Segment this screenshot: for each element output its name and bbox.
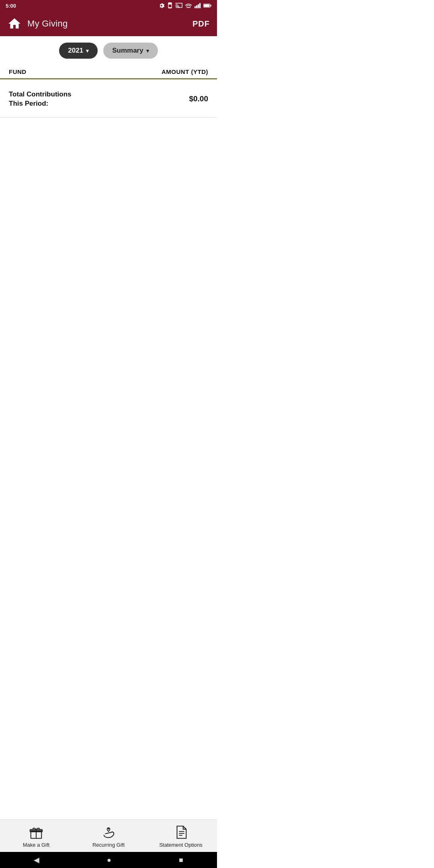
svg-point-2 (188, 7, 189, 8)
total-label-line2: This Period: (9, 99, 72, 108)
svg-rect-6 (199, 3, 201, 8)
cast-icon (175, 3, 182, 8)
svg-rect-1 (169, 4, 172, 7)
total-label: Total Contributions This Period: (9, 90, 72, 109)
status-time: 5:00 (6, 3, 16, 9)
pdf-button[interactable]: PDF (192, 19, 210, 29)
year-filter-label: 2021 (68, 47, 83, 55)
svg-rect-9 (211, 5, 211, 6)
total-label-line1: Total Contributions (9, 90, 72, 99)
wifi-icon (185, 3, 192, 8)
app-bar: My Giving PDF (0, 11, 217, 36)
svg-rect-5 (198, 4, 199, 8)
summary-chevron-icon: ▾ (146, 48, 149, 54)
signal-icon (194, 3, 201, 8)
content-area (0, 118, 217, 339)
svg-rect-8 (204, 4, 209, 7)
battery-icon (203, 3, 211, 8)
summary-filter-button[interactable]: Summary ▾ (103, 43, 158, 59)
total-amount: $0.00 (189, 94, 208, 103)
status-icons (158, 2, 211, 9)
col-amount-header: AMOUNT (YTD) (162, 68, 208, 75)
status-bar: 5:00 (0, 0, 217, 11)
col-fund-header: FUND (9, 68, 27, 75)
summary-filter-label: Summary (112, 47, 143, 55)
sim-icon (167, 2, 173, 9)
settings-icon (158, 2, 165, 9)
svg-rect-4 (196, 5, 197, 8)
table-header: FUND AMOUNT (YTD) (0, 64, 217, 79)
year-chevron-icon: ▾ (86, 48, 89, 54)
home-button[interactable] (7, 16, 22, 31)
filter-row: 2021 ▾ Summary ▾ (0, 36, 217, 64)
year-filter-button[interactable]: 2021 ▾ (59, 43, 98, 59)
total-row: Total Contributions This Period: $0.00 (0, 80, 217, 118)
page-title: My Giving (27, 18, 68, 29)
svg-rect-3 (194, 6, 196, 8)
app-bar-left: My Giving (7, 16, 68, 31)
